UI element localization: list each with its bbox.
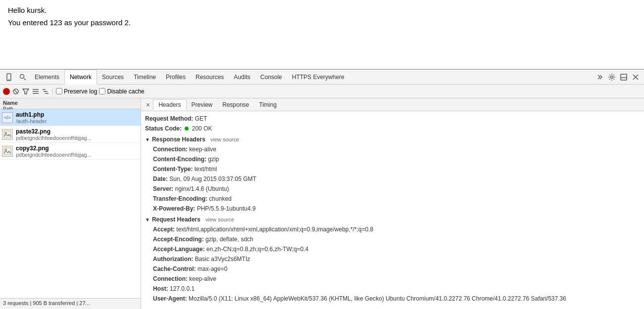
detail-tab-bar: × Headers Preview Response Timing xyxy=(141,98,644,111)
tab-profiles[interactable]: Profiles xyxy=(161,70,191,85)
tab-timeline[interactable]: Timeline xyxy=(129,70,161,85)
request-header-row: Authorization: Basic a3Vyc2s6MTIz xyxy=(145,255,640,264)
request-headers-section: ▼ Request Headers view source xyxy=(145,216,640,223)
request-header-row: User-Agent: Mozilla/5.0 (X11; Linux x86_… xyxy=(145,294,640,303)
response-header-row: Date: Sun, 09 Aug 2015 03:37:05 GMT xyxy=(145,175,640,183)
tab-audits[interactable]: Audits xyxy=(229,70,255,85)
password-message-text: You entered 123 as your password 2. xyxy=(8,18,636,27)
request-item-auth1[interactable]: </> auth1.php /auth-header xyxy=(0,109,141,126)
status-code-value: 200 OK xyxy=(192,125,212,132)
response-view-source-link[interactable]: view source xyxy=(210,136,239,142)
svg-marker-11 xyxy=(23,89,29,94)
request-item-icon-copy32 xyxy=(2,146,13,157)
detail-tab-headers[interactable]: Headers xyxy=(153,99,186,110)
settings-icon[interactable] xyxy=(607,73,616,82)
response-headers-list: Connection: keep-aliveContent-Encoding: … xyxy=(145,145,640,213)
detail-tab-timing[interactable]: Timing xyxy=(254,100,282,110)
disable-cache-checkbox[interactable]: Disable cache xyxy=(99,88,144,95)
request-list-status: 3 requests | 905 B transferred | 27... xyxy=(0,298,141,309)
response-header-row: Server: nginx/1.4.6 (Ubuntu) xyxy=(145,184,640,193)
record-button[interactable] xyxy=(3,88,10,95)
response-header-row: Connection: keep-alive xyxy=(145,145,640,154)
waterfall-icon[interactable] xyxy=(42,88,50,95)
request-list-header: Name Path xyxy=(0,98,141,109)
dock-icon[interactable] xyxy=(619,73,628,82)
request-method-label: Request Method: xyxy=(145,115,193,122)
request-method-row: Request Method: GET xyxy=(145,114,640,123)
svg-point-2 xyxy=(20,74,24,78)
response-header-row: X-Powered-By: PHP/5.5.9-1ubuntu4.9 xyxy=(145,204,640,213)
request-item-path-copy32: pdbeigndclhfeedooennfhbjjag... xyxy=(16,152,92,158)
name-column-header: Name Path xyxy=(0,98,141,109)
detail-close-button[interactable]: × xyxy=(143,98,153,111)
devtools-panel: Elements Network Sources Timeline Profil… xyxy=(0,69,644,309)
status-code-label: Status Code: xyxy=(145,125,182,132)
tab-elements[interactable]: Elements xyxy=(30,70,64,85)
greeting-text: Hello kursk. xyxy=(8,6,636,14)
tab-https[interactable]: HTTPS Everywhere xyxy=(287,70,349,85)
request-item-name-copy32: copy32.png xyxy=(16,145,92,152)
request-list: Name Path </> auth1.php /auth-header xyxy=(0,98,141,309)
clear-button[interactable] xyxy=(12,88,20,95)
request-header-row: Accept: text/html,application/xhtml+xml,… xyxy=(145,225,640,234)
request-header-row: Accept-Language: en,zh-CN;q=0.8,zh;q=0.6… xyxy=(145,245,640,254)
devtools-tab-bar: Elements Network Sources Timeline Profil… xyxy=(0,70,644,85)
list-icon[interactable] xyxy=(32,88,40,95)
request-view-source-link[interactable]: view source xyxy=(205,217,234,222)
request-headers-list: Accept: text/html,application/xhtml+xml,… xyxy=(145,225,640,303)
request-header-row: Connection: keep-alive xyxy=(145,274,640,283)
request-headers-triangle: ▼ xyxy=(145,217,150,222)
filter-icon[interactable] xyxy=(22,88,30,95)
svg-point-4 xyxy=(611,76,613,78)
network-panel: Name Path </> auth1.php /auth-header xyxy=(0,98,644,309)
preserve-log-checkbox[interactable]: Preserve log xyxy=(56,88,97,95)
response-headers-section: ▼ Response Headers view source xyxy=(145,136,640,143)
close-devtools-icon[interactable] xyxy=(631,73,640,82)
request-header-row: Accept-Encoding: gzip, deflate, sdch xyxy=(145,235,640,244)
request-items-list: </> auth1.php /auth-header xyxy=(0,109,141,298)
svg-rect-18 xyxy=(4,131,11,138)
detail-content: Request Method: GET Status Code: 200 OK … xyxy=(141,111,644,309)
tab-console[interactable]: Console xyxy=(255,70,287,85)
response-headers-triangle: ▼ xyxy=(145,137,150,142)
svg-line-10 xyxy=(14,90,17,93)
more-tabs-icon[interactable] xyxy=(595,73,604,82)
detail-tab-preview[interactable]: Preview xyxy=(187,100,218,110)
status-dot xyxy=(185,127,189,131)
request-item-path-paste32: pdbeigndclhfeedooennfhbjjag... xyxy=(16,135,92,141)
detail-tab-response[interactable]: Response xyxy=(217,100,254,110)
svg-line-3 xyxy=(24,78,26,80)
response-header-row: Content-Type: text/html xyxy=(145,165,640,174)
request-item-path-auth1: /auth-header xyxy=(16,118,47,124)
tab-network[interactable]: Network xyxy=(64,70,97,85)
tab-search[interactable] xyxy=(16,70,30,85)
tab-sources[interactable]: Sources xyxy=(97,70,129,85)
status-code-row: Status Code: 200 OK xyxy=(145,124,640,133)
request-item-icon-paste32 xyxy=(2,129,13,140)
request-method-value: GET xyxy=(195,115,207,122)
svg-point-1 xyxy=(8,79,9,80)
request-header-row: Host: 127.0.0.1 xyxy=(145,284,640,293)
request-header-row: Cache-Control: max-age=0 xyxy=(145,265,640,273)
detail-panel: × Headers Preview Response Timing Reques… xyxy=(141,98,644,309)
request-item-paste32[interactable]: paste32.png pdbeigndclhfeedooennfhbjjag.… xyxy=(0,126,141,143)
response-header-row: Transfer-Encoding: chunked xyxy=(145,194,640,203)
tab-resources[interactable]: Resources xyxy=(191,70,229,85)
svg-rect-20 xyxy=(4,148,11,155)
request-item-copy32[interactable]: copy32.png pdbeigndclhfeedooennfhbjjag..… xyxy=(0,143,141,160)
response-header-row: Content-Encoding: gzip xyxy=(145,155,640,164)
request-item-icon-auth1: </> xyxy=(2,112,13,123)
svg-rect-5 xyxy=(621,74,627,80)
request-item-name-auth1: auth1.php xyxy=(16,111,47,118)
tab-mobile[interactable] xyxy=(2,70,16,85)
request-item-name-paste32: paste32.png xyxy=(16,128,92,135)
network-toolbar: Preserve log Disable cache xyxy=(0,85,644,98)
